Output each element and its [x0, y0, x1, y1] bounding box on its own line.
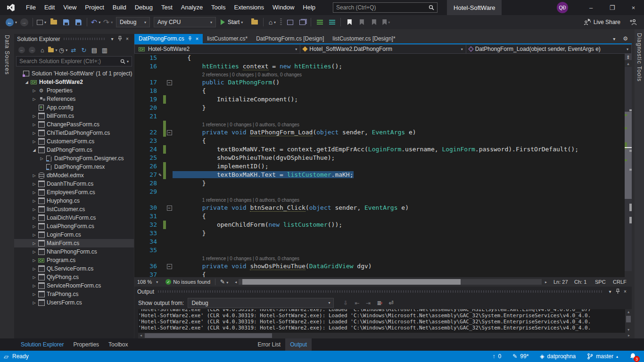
- menu-view[interactable]: View: [59, 0, 81, 15]
- tree-item-chitietdatphongform-cs[interactable]: ▷ChiTietDatPhongForm.cs: [14, 129, 134, 137]
- expander-icon[interactable]: ▷: [31, 284, 37, 288]
- data-sources-tab[interactable]: Data Sources: [4, 29, 10, 75]
- code-line[interactable]: 27✎ textBoxMaKH.Text = listCustomer.maKH…: [138, 171, 625, 179]
- line-number[interactable]: 16: [138, 62, 157, 71]
- code-text[interactable]: private void btnSearch_Click(object send…: [173, 204, 409, 212]
- output-text-area[interactable]: 'Hotel-SoftWare2.exe' (CLR v4.0.30319: H…: [138, 309, 632, 333]
- code-text[interactable]: }: [173, 179, 206, 188]
- tree-item-properties[interactable]: ▷Properties: [14, 86, 134, 95]
- pin-icon[interactable]: [116, 36, 124, 42]
- glyph-margin[interactable]: [157, 128, 163, 137]
- expander-icon[interactable]: ▷: [31, 131, 37, 135]
- codelens-text[interactable]: 1 reference | 0 changes | 0 authors, 0 c…: [173, 255, 299, 262]
- folding-margin[interactable]: −: [166, 204, 173, 212]
- menu-file[interactable]: File: [22, 0, 40, 15]
- expander-icon[interactable]: ▷: [39, 156, 45, 161]
- menu-build[interactable]: Build: [108, 0, 131, 15]
- tab-options-gear-icon[interactable]: ⚙: [619, 35, 632, 42]
- issues-indicator[interactable]: No issues found: [173, 279, 210, 285]
- codelens-row[interactable]: 1 reference | 0 changes | 0 authors, 0 c…: [138, 196, 625, 204]
- line-number[interactable]: 19: [138, 95, 157, 104]
- navigate-forward-button[interactable]: →: [19, 17, 29, 27]
- tree-item-customersform-cs[interactable]: ▷CustomersForm.cs: [14, 137, 134, 146]
- glyph-margin[interactable]: [157, 238, 163, 246]
- tree-item-huyphong-cs[interactable]: ▷Huyphong.cs: [14, 197, 134, 205]
- close-button[interactable]: ×: [623, 0, 644, 15]
- tool-tab-properties[interactable]: Properties: [68, 338, 104, 351]
- tree-item-qlserviceform-cs[interactable]: ▷QLServiceForm.cs: [14, 264, 134, 273]
- tree-item-loaiphongform-cs[interactable]: ▷LoaiPhongForm.cs: [14, 222, 134, 230]
- tree-item-loaidichvuform-cs[interactable]: ▷LoaiDichVuForm.cs: [14, 214, 134, 222]
- glyph-margin[interactable]: [157, 188, 163, 196]
- codelens-row[interactable]: 1 reference | 0 changes | 0 authors, 0 c…: [138, 121, 625, 128]
- navigate-back-button[interactable]: ←▾: [6, 17, 17, 27]
- code-line[interactable]: 29: [138, 188, 625, 196]
- pin-icon[interactable]: [614, 288, 621, 295]
- redo-button[interactable]: ↷▾: [103, 17, 113, 27]
- line-number[interactable]: 35: [138, 246, 157, 255]
- show-all-files-icon[interactable]: ▥: [100, 45, 109, 55]
- tab-listcustomer-cs-design[interactable]: listCustomer.cs [Design]*: [328, 34, 399, 43]
- pending-changes-filter-icon[interactable]: ◷▾: [58, 45, 68, 55]
- code-text[interactable]: showDsPhieuThue(dgvDSphieuThue);: [173, 154, 335, 162]
- line-number[interactable]: 23: [138, 137, 157, 145]
- line-number[interactable]: 25: [138, 154, 157, 162]
- close-icon[interactable]: ×: [621, 289, 629, 294]
- close-icon[interactable]: ×: [124, 36, 131, 41]
- output-horizontal-scrollbar[interactable]: ◂ ▸: [138, 333, 632, 338]
- glyph-margin[interactable]: [157, 246, 163, 255]
- tree-item-dbmodel-edmx[interactable]: ▷dbModel.edmx: [14, 171, 134, 180]
- output-vertical-scrollbar[interactable]: ▲ ▼: [625, 309, 632, 333]
- expander-icon[interactable]: ▷: [31, 292, 37, 296]
- tab-datphongform-cs[interactable]: DatPhongForm.cs×: [134, 34, 203, 43]
- menu-window[interactable]: Window: [268, 0, 298, 15]
- glyph-margin[interactable]: [157, 154, 163, 162]
- code-line[interactable]: 17− public DatPhongForm(): [138, 78, 625, 87]
- new-project-button[interactable]: ▾: [36, 17, 47, 27]
- glyph-margin[interactable]: [157, 221, 163, 229]
- expander-icon[interactable]: ▷: [31, 182, 37, 186]
- glyph-margin[interactable]: [157, 87, 163, 95]
- switch-views-icon[interactable]: ▾: [48, 45, 58, 55]
- space-mode-indicator[interactable]: SPC: [595, 279, 613, 285]
- line-number[interactable]: 30: [138, 204, 157, 212]
- solution-configuration-dropdown[interactable]: Debug▾: [116, 17, 150, 27]
- save-all-button[interactable]: [73, 17, 83, 27]
- forward-icon[interactable]: →: [27, 45, 37, 55]
- global-search-box[interactable]: Search (Ctrl+Q): [333, 2, 438, 13]
- line-number[interactable]: 24: [138, 145, 157, 154]
- code-line[interactable]: 21: [138, 112, 625, 121]
- expander-icon[interactable]: ▷: [31, 123, 37, 127]
- back-icon[interactable]: ←: [17, 45, 26, 55]
- tab-datphongform-cs-design[interactable]: DatPhongForm.cs [Design]: [252, 34, 328, 43]
- notifications-button[interactable]: 3: [629, 353, 636, 360]
- codelens-text[interactable]: 1 reference | 0 changes | 0 authors, 0 c…: [173, 121, 299, 128]
- code-text[interactable]: InitializeComponent();: [173, 95, 298, 104]
- pin-icon[interactable]: [188, 36, 192, 41]
- tree-item-references[interactable]: ▷References: [14, 95, 134, 103]
- glyph-margin[interactable]: [157, 271, 163, 277]
- tab-list-caret-icon[interactable]: ▾: [609, 36, 619, 41]
- tree-item-datphongform-designer-cs[interactable]: ▷DatPhongForm.Designer.cs: [14, 154, 134, 163]
- glyph-margin[interactable]: [157, 262, 163, 271]
- code-text[interactable]: private void showDsPhieuThue(DataGridVie…: [173, 262, 372, 271]
- scrollbar-thumb[interactable]: [625, 112, 632, 199]
- expander-icon[interactable]: ◢: [24, 80, 30, 84]
- collapse-region-icon[interactable]: −: [167, 130, 172, 135]
- tab-listcustomer-cs[interactable]: listCustomer.cs*: [203, 34, 252, 43]
- glyph-margin[interactable]: [157, 145, 163, 154]
- code-line[interactable]: 33 }: [138, 229, 625, 238]
- expander-icon[interactable]: ▷: [31, 233, 37, 237]
- code-line[interactable]: 18 {: [138, 87, 625, 95]
- menu-analyze[interactable]: Analyze: [177, 0, 207, 15]
- code-text[interactable]: {: [173, 87, 206, 95]
- save-button[interactable]: [61, 17, 71, 27]
- expander-icon[interactable]: ◢: [31, 148, 37, 152]
- glyph-margin[interactable]: [157, 78, 163, 87]
- line-number[interactable]: 28: [138, 179, 157, 188]
- line-number[interactable]: 34: [138, 238, 157, 246]
- menu-project[interactable]: Project: [81, 0, 108, 15]
- tool-tab-toolbox[interactable]: Toolbox: [104, 338, 132, 351]
- web-browser-button[interactable]: ⌂▾: [267, 17, 277, 27]
- line-number[interactable]: 15: [138, 54, 157, 62]
